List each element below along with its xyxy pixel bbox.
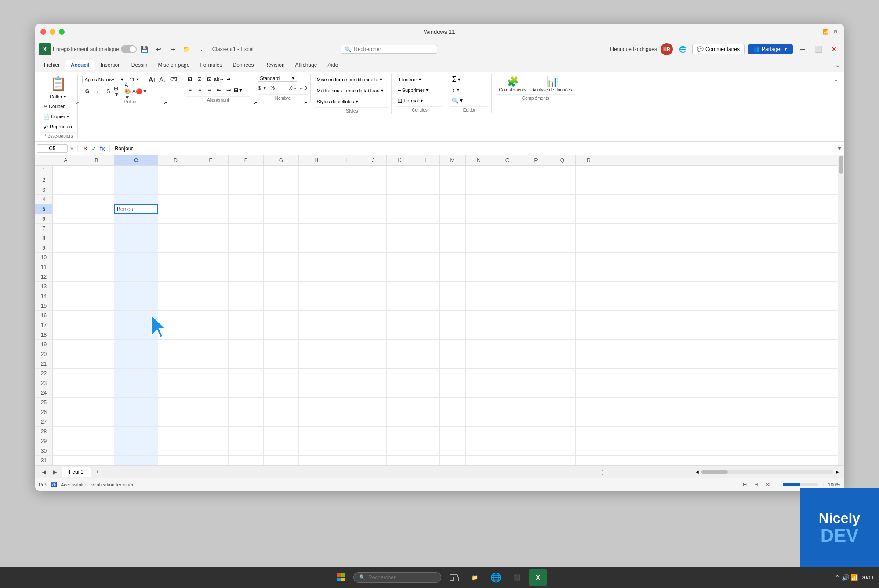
cell-M10[interactable] bbox=[440, 253, 466, 262]
cell-J2[interactable] bbox=[360, 175, 387, 185]
cell-C22[interactable] bbox=[114, 369, 158, 378]
cell-Q17[interactable] bbox=[549, 320, 576, 330]
tab-mise-en-page[interactable]: Mise en page bbox=[153, 60, 195, 70]
cell-F4[interactable] bbox=[229, 195, 264, 204]
cell-M1[interactable] bbox=[440, 166, 466, 175]
cell-D2[interactable] bbox=[158, 175, 193, 185]
indent-increase[interactable]: ⇥ bbox=[224, 86, 233, 94]
cell-N9[interactable] bbox=[466, 243, 492, 252]
col-header-h[interactable]: H bbox=[299, 155, 334, 165]
cell-F20[interactable] bbox=[229, 349, 264, 359]
ribbon-expand[interactable]: ⌄ bbox=[832, 74, 840, 84]
cell-N24[interactable] bbox=[466, 388, 492, 397]
cell-D20[interactable] bbox=[158, 349, 193, 359]
cell-E17[interactable] bbox=[193, 320, 229, 330]
cell-O5[interactable] bbox=[492, 204, 523, 214]
cell-A4[interactable] bbox=[53, 195, 79, 204]
cell-R19[interactable] bbox=[576, 340, 602, 349]
cell-M15[interactable] bbox=[440, 301, 466, 310]
cell-G18[interactable] bbox=[264, 330, 299, 339]
cell-R13[interactable] bbox=[576, 282, 602, 291]
cell-L3[interactable] bbox=[413, 185, 440, 194]
cell-A8[interactable] bbox=[53, 233, 79, 243]
cell-F22[interactable] bbox=[229, 369, 264, 378]
cell-G30[interactable] bbox=[264, 446, 299, 455]
cell-M24[interactable] bbox=[440, 388, 466, 397]
merge-button[interactable]: ⊞▼ bbox=[234, 86, 243, 94]
terminal-button[interactable]: ⬛ bbox=[508, 569, 526, 586]
cell-G28[interactable] bbox=[264, 427, 299, 436]
cell-J5[interactable] bbox=[360, 204, 387, 214]
row-header-29[interactable]: 29 bbox=[35, 436, 53, 446]
mise-en-forme-button[interactable]: Mise en forme conditionnelle ▼ bbox=[315, 75, 384, 84]
cell-A19[interactable] bbox=[53, 340, 79, 349]
cell-K16[interactable] bbox=[387, 311, 413, 320]
cell-A23[interactable] bbox=[53, 378, 79, 388]
cell-K13[interactable] bbox=[387, 282, 413, 291]
cell-E29[interactable] bbox=[193, 436, 229, 446]
cell-J11[interactable] bbox=[360, 262, 387, 272]
zoom-minus[interactable]: ─ bbox=[776, 482, 780, 487]
row-header-22[interactable]: 22 bbox=[35, 369, 53, 378]
cell-O27[interactable] bbox=[492, 417, 523, 426]
cell-N16[interactable] bbox=[466, 311, 492, 320]
cell-G5[interactable] bbox=[264, 204, 299, 214]
cell-C31[interactable] bbox=[114, 456, 158, 465]
cell-O31[interactable] bbox=[492, 456, 523, 465]
cell-K25[interactable] bbox=[387, 398, 413, 407]
cell-N2[interactable] bbox=[466, 175, 492, 185]
cell-A12[interactable] bbox=[53, 272, 79, 281]
cell-N18[interactable] bbox=[466, 330, 492, 339]
cell-B21[interactable] bbox=[79, 359, 114, 368]
cell-I22[interactable] bbox=[334, 369, 360, 378]
col-header-r[interactable]: R bbox=[576, 155, 602, 165]
complements-button[interactable]: 🧩 Compléments bbox=[496, 75, 529, 94]
col-header-c[interactable]: C bbox=[114, 155, 158, 165]
italic-button[interactable]: I bbox=[93, 87, 102, 96]
cell-I27[interactable] bbox=[334, 417, 360, 426]
cell-F19[interactable] bbox=[229, 340, 264, 349]
row-header-26[interactable]: 26 bbox=[35, 407, 53, 417]
cell-C7[interactable] bbox=[114, 224, 158, 233]
cell-R5[interactable] bbox=[576, 204, 602, 214]
cell-F24[interactable] bbox=[229, 388, 264, 397]
cell-Q14[interactable] bbox=[549, 291, 576, 301]
cell-B24[interactable] bbox=[79, 388, 114, 397]
cell-B22[interactable] bbox=[79, 369, 114, 378]
cell-D17[interactable] bbox=[158, 320, 193, 330]
zoom-plus[interactable]: + bbox=[821, 482, 824, 487]
row-header-10[interactable]: 10 bbox=[35, 253, 53, 262]
row-header-14[interactable]: 14 bbox=[35, 291, 53, 301]
cell-Q29[interactable] bbox=[549, 436, 576, 446]
cell-G22[interactable] bbox=[264, 369, 299, 378]
cell-E24[interactable] bbox=[193, 388, 229, 397]
cell-B2[interactable] bbox=[79, 175, 114, 185]
cell-E18[interactable] bbox=[193, 330, 229, 339]
cell-L13[interactable] bbox=[413, 282, 440, 291]
cell-F15[interactable] bbox=[229, 301, 264, 310]
cell-H22[interactable] bbox=[299, 369, 334, 378]
cell-O13[interactable] bbox=[492, 282, 523, 291]
cell-E14[interactable] bbox=[193, 291, 229, 301]
cell-Q8[interactable] bbox=[549, 233, 576, 243]
cell-G8[interactable] bbox=[264, 233, 299, 243]
cell-C11[interactable] bbox=[114, 262, 158, 272]
cell-G10[interactable] bbox=[264, 253, 299, 262]
cell-L20[interactable] bbox=[413, 349, 440, 359]
cell-G21[interactable] bbox=[264, 359, 299, 368]
cell-L2[interactable] bbox=[413, 175, 440, 185]
cell-K18[interactable] bbox=[387, 330, 413, 339]
cell-J21[interactable] bbox=[360, 359, 387, 368]
cell-H5[interactable] bbox=[299, 204, 334, 214]
decimal-increase[interactable]: .0→ bbox=[288, 83, 298, 93]
cell-O6[interactable] bbox=[492, 214, 523, 223]
cell-P27[interactable] bbox=[523, 417, 549, 426]
cell-H1[interactable] bbox=[299, 166, 334, 175]
row-header-6[interactable]: 6 bbox=[35, 214, 53, 223]
cell-ref-expand[interactable]: ▼ bbox=[69, 146, 74, 151]
cell-Q25[interactable] bbox=[549, 398, 576, 407]
view-normal-button[interactable]: ⊞ bbox=[740, 480, 750, 490]
cell-I25[interactable] bbox=[334, 398, 360, 407]
row-header-30[interactable]: 30 bbox=[35, 446, 53, 455]
cell-P11[interactable] bbox=[523, 262, 549, 272]
